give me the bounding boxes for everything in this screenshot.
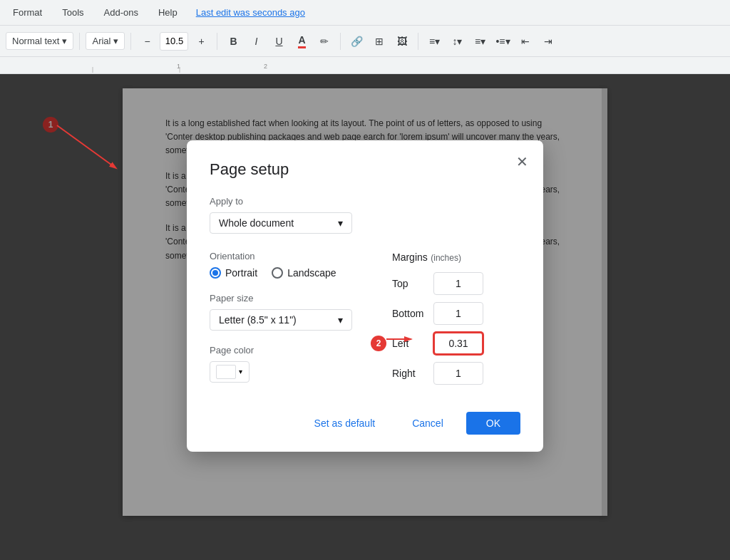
right-label: Right [392,368,428,379]
portrait-option[interactable]: Portrait [210,267,257,279]
toolbar: Normal text ▾ Arial ▾ − + B I U A ✏ 🔗 ⊞ … [0,26,730,57]
svg-rect-0 [0,57,730,74]
dialog-title: Page setup [210,160,520,179]
dialog-left-column: Orientation Portrait Landscape Paper siz… [210,251,369,392]
close-button[interactable]: ✕ [512,152,532,172]
margins-label: Margins [392,252,428,263]
menu-bar: Format Tools Add-ons Help Last edit was … [0,0,730,26]
menu-tools[interactable]: Tools [58,4,88,21]
line-spacing-button[interactable]: ↕▾ [447,31,467,51]
last-edit-text: Last edit was seconds ago [196,7,305,18]
margins-header: Margins (inches) [392,251,520,264]
toolbar-separator-1 [79,33,80,50]
top-label: Top [392,278,428,289]
bold-button[interactable]: B [223,31,243,51]
page-setup-dialog: ✕ Page setup Apply to Whole document ▾ O… [187,140,543,452]
toolbar-separator-2 [130,33,131,50]
toolbar-separator-5 [418,33,418,50]
list-button[interactable]: ≡▾ [470,31,490,51]
margins-unit: (inches) [431,253,461,263]
landscape-option[interactable]: Landscape [272,267,336,279]
annotation-2-arrow [386,328,415,350]
margin-top-row: Top [392,272,520,295]
bottom-label: Bottom [392,308,428,319]
modal-overlay: ✕ Page setup Apply to Whole document ▾ O… [0,74,730,560]
font-size-input[interactable] [160,32,188,51]
apply-to-label: Apply to [210,196,520,207]
underline-button[interactable]: U [269,31,289,51]
page-color-label: Page color [210,345,369,356]
highlight-button[interactable]: ✏ [314,31,334,51]
paper-size-value: Letter (8.5" x 11") [219,314,297,326]
toolbar-separator-3 [217,33,217,50]
insert-button[interactable]: ⊞ [369,31,389,51]
indent-increase[interactable]: ⇥ [538,31,558,51]
landscape-radio[interactable] [272,267,283,279]
paper-dropdown-arrow-icon: ▾ [338,314,343,326]
color-swatch [216,365,236,379]
indent-decrease[interactable]: ⇤ [515,31,535,51]
link-button[interactable]: 🔗 [346,31,366,51]
menu-help[interactable]: Help [154,4,182,21]
annotation-2-circle: 2 [371,336,386,351]
apply-to-value: Whole document [219,217,294,229]
dialog-footer: Set as default Cancel OK [210,412,520,435]
bottom-input[interactable] [433,302,483,325]
style-dropdown[interactable]: Normal text ▾ [6,32,73,50]
paper-size-label: Paper size [210,293,369,304]
menu-format[interactable]: Format [9,4,46,21]
ruler: 1 2 [0,57,730,74]
dropdown-arrow-icon: ▾ [338,217,343,229]
align-button[interactable]: ≡▾ [424,31,444,51]
ok-button[interactable]: OK [466,412,520,435]
right-input[interactable] [433,362,483,385]
margin-bottom-row: Bottom [392,302,520,325]
font-size-increase[interactable]: + [191,31,211,51]
svg-text:2: 2 [264,63,267,70]
bullet-button[interactable]: •≡▾ [493,31,513,51]
dialog-columns: Orientation Portrait Landscape Paper siz… [210,251,520,392]
orientation-options: Portrait Landscape [210,267,369,279]
cancel-button[interactable]: Cancel [398,412,458,435]
portrait-radio[interactable] [210,267,221,279]
menu-addons[interactable]: Add-ons [100,4,143,21]
annotation-2-container: 2 [371,336,386,351]
orientation-label: Orientation [210,251,369,261]
color-dropdown-arrow-icon: ▾ [239,368,242,375]
landscape-label: Landscape [287,267,336,279]
toolbar-separator-4 [340,33,341,50]
apply-to-dropdown[interactable]: Whole document ▾ [210,212,352,234]
italic-button[interactable]: I [246,31,266,51]
left-input[interactable] [433,332,483,355]
top-input[interactable] [433,272,483,295]
page-color-picker[interactable]: ▾ [210,361,250,383]
text-color-button[interactable]: A [292,31,312,51]
font-dropdown[interactable]: Arial ▾ [86,32,125,50]
margin-left-row: Left 2 [392,332,520,355]
margin-right-row: Right [392,362,520,385]
paper-size-dropdown[interactable]: Letter (8.5" x 11") ▾ [210,309,352,331]
set-default-button[interactable]: Set as default [300,412,390,435]
dialog-right-column: Margins (inches) Top Bottom Left [392,251,520,392]
portrait-label: Portrait [225,267,257,279]
image-button[interactable]: 🖼 [392,31,412,51]
font-size-decrease[interactable]: − [137,31,157,51]
